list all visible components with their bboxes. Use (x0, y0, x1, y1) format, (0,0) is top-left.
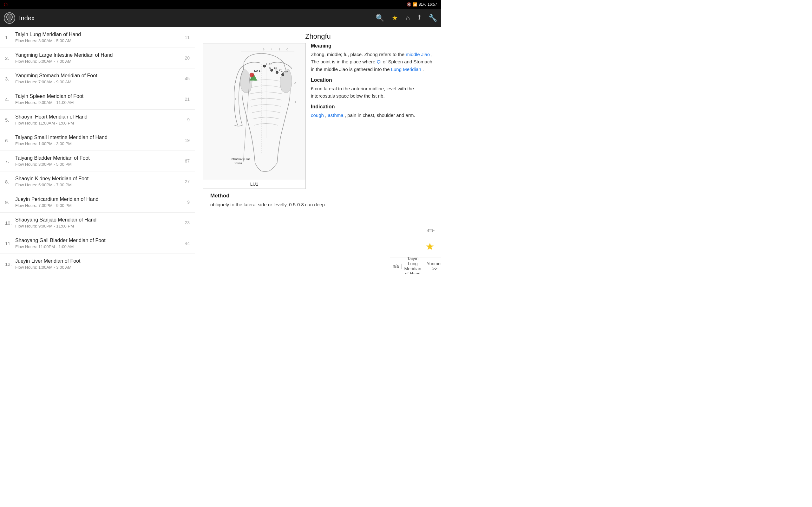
item-subtitle: Flow Hours: 7:00PM - 9:00 PM (15, 203, 185, 208)
item-count: 23 (185, 220, 190, 225)
item-number: 4. (5, 97, 15, 102)
item-title: Jueyin Liver Meridian of Foot (15, 258, 187, 264)
indication-link-1[interactable]: cough (311, 112, 324, 118)
item-number: 8. (5, 179, 15, 184)
item-content: Yangming Stomach Meridian of Foot Flow H… (15, 73, 182, 84)
list-item[interactable]: 12. Jueyin Liver Meridian of Foot Flow H… (0, 254, 195, 274)
right-panel: Zhongfu 0 2 4 6 (195, 27, 441, 274)
svg-text:0: 0 (287, 48, 288, 51)
item-count: 45 (185, 76, 190, 81)
search-icon[interactable]: 🔍 (375, 14, 384, 22)
svg-text:9: 9 (294, 101, 296, 104)
item-content: Taiyang Small Intestine Meridian of Hand… (15, 135, 182, 146)
wifi-icon: 📶 (413, 2, 417, 7)
indication-title: Indication (311, 104, 433, 110)
home-icon[interactable]: ⌂ (406, 14, 410, 22)
detail-text-area: Meaning Zhong, middle; fu, place. Zhong … (311, 43, 433, 124)
top-bar-title: Index (19, 14, 372, 22)
meaning-link-1[interactable]: middle Jiao (406, 52, 430, 57)
svg-text:CV 20: CV 20 (281, 71, 288, 74)
list-item[interactable]: 10. Shaoyang Sanjiao Meridian of Hand Fl… (0, 213, 195, 233)
meaning-body: Zhong, middle; fu, place. Zhong refers t… (311, 51, 433, 73)
item-content: Taiyang Bladder Meridian of Foot Flow Ho… (15, 155, 182, 167)
meaning-text-1: Zhong, middle; fu, place. Zhong refers t… (311, 52, 404, 57)
list-item[interactable]: 9. Jueyin Pericardium Meridian of Hand F… (0, 192, 195, 213)
item-title: Yangming Stomach Meridian of Foot (15, 73, 182, 78)
detail-top: 0 2 4 6 0 9 0 1 (203, 43, 433, 189)
item-number: 11. (5, 241, 15, 246)
location-title: Location (311, 77, 433, 83)
meaning-link-2[interactable]: Qi (377, 59, 382, 64)
list-item[interactable]: 1. Taiyin Lung Meridian of Hand Flow Hou… (0, 27, 195, 48)
item-number: 2. (5, 55, 15, 61)
item-subtitle: Flow Hours: 11:00PM - 1:00 AM (15, 244, 182, 249)
item-title: Jueyin Pericardium Meridian of Hand (15, 196, 185, 202)
share-icon[interactable]: ⤴ (417, 14, 421, 22)
time-display: 16:57 (427, 2, 437, 7)
meaning-link-3[interactable]: Lung Meridian (391, 66, 421, 72)
item-number: 5. (5, 117, 15, 123)
top-bar: Index 🔍 ★ ⌂ ⤴ 🔧 (0, 9, 441, 27)
item-title: Taiyang Bladder Meridian of Foot (15, 155, 182, 161)
nav-next[interactable]: Yunmen >> (424, 261, 441, 271)
left-panel: 1. Taiyin Lung Meridian of Hand Flow Hou… (0, 27, 195, 274)
detail-body: 0 2 4 6 0 9 0 1 (195, 43, 441, 209)
item-count: 21 (185, 97, 190, 102)
item-number: 9. (5, 200, 15, 205)
item-subtitle: Flow Hours: 1:00AM - 3:00 AM (15, 265, 187, 270)
battery-text: 81% (419, 2, 426, 7)
item-number: 12. (5, 262, 15, 267)
bottom-nav: n/a Taiyin Lung Meridian of Hand Yunmen … (390, 258, 441, 274)
item-content: Shaoyin Heart Meridian of Hand Flow Hour… (15, 114, 185, 125)
item-number: 1. (5, 35, 15, 40)
item-count: 11 (185, 35, 190, 40)
item-count: 19 (185, 138, 190, 143)
list-item[interactable]: 8. Shaoyin Kidney Meridian of Foot Flow … (0, 171, 195, 192)
list-item[interactable]: 11. Shaoyang Gall Bladder Meridian of Fo… (0, 233, 195, 254)
location-body: 6 cun lateral to the anterior midline, l… (311, 85, 433, 100)
edit-icon[interactable]: ✏ (427, 226, 435, 236)
item-title: Shaoyang Gall Bladder Meridian of Foot (15, 238, 182, 243)
item-title: Taiyin Spleen Meridian of Foot (15, 94, 182, 99)
detail-title: Zhongfu (195, 27, 441, 43)
list-item[interactable]: 5. Shaoyin Heart Meridian of Hand Flow H… (0, 110, 195, 130)
svg-point-16 (250, 72, 254, 77)
list-item[interactable]: 7. Taiyang Bladder Meridian of Foot Flow… (0, 151, 195, 171)
method-body: obliquely to the lateral side or levelly… (210, 201, 426, 208)
item-count: 67 (185, 158, 190, 164)
indication-body: cough , asthma , pain in chest, shoulder… (311, 112, 433, 119)
item-subtitle: Flow Hours: 1:00PM - 3:00 PM (15, 141, 182, 146)
list-item[interactable]: 2. Yangming Large Intestine Meridian of … (0, 48, 195, 68)
method-title: Method (210, 193, 426, 199)
svg-text:fossa: fossa (235, 161, 242, 165)
item-title: Yangming Large Intestine Meridian of Han… (15, 52, 182, 58)
svg-text:0: 0 (294, 82, 296, 85)
star-icon[interactable]: ★ (425, 240, 435, 252)
item-subtitle: Flow Hours: 11:00AM - 1:00 PM (15, 121, 185, 125)
svg-point-1 (8, 15, 11, 20)
item-count: 27 (185, 179, 190, 184)
item-content: Jueyin Liver Meridian of Foot Flow Hours… (15, 258, 187, 270)
svg-text:2: 2 (279, 48, 281, 51)
item-content: Shaoyin Kidney Meridian of Foot Flow Hou… (15, 176, 182, 187)
item-content: Taiyin Spleen Meridian of Foot Flow Hour… (15, 94, 182, 105)
app-logo (4, 12, 15, 24)
item-number: 3. (5, 76, 15, 81)
svg-point-18 (263, 65, 266, 67)
item-number: 7. (5, 158, 15, 164)
logo-icon (4, 13, 14, 23)
image-label: LU1 (203, 180, 305, 188)
favorite-icon[interactable]: ★ (392, 14, 398, 22)
indication-link-2[interactable]: asthma (328, 112, 343, 118)
svg-rect-3 (8, 21, 11, 22)
list-item[interactable]: 6. Taiyang Small Intestine Meridian of H… (0, 130, 195, 151)
nav-center[interactable]: Taiyin Lung Meridian of Hand (402, 256, 424, 274)
svg-text:LU 1: LU 1 (254, 69, 260, 72)
list-item[interactable]: 3. Yangming Stomach Meridian of Foot Flo… (0, 68, 195, 89)
settings-icon[interactable]: 🔧 (428, 14, 437, 22)
item-count: 9 (187, 200, 190, 205)
nav-prev[interactable]: n/a (390, 264, 402, 269)
item-count: 20 (185, 55, 190, 60)
anatomy-diagram: 0 2 4 6 0 9 0 1 (203, 43, 305, 179)
list-item[interactable]: 4. Taiyin Spleen Meridian of Foot Flow H… (0, 89, 195, 110)
